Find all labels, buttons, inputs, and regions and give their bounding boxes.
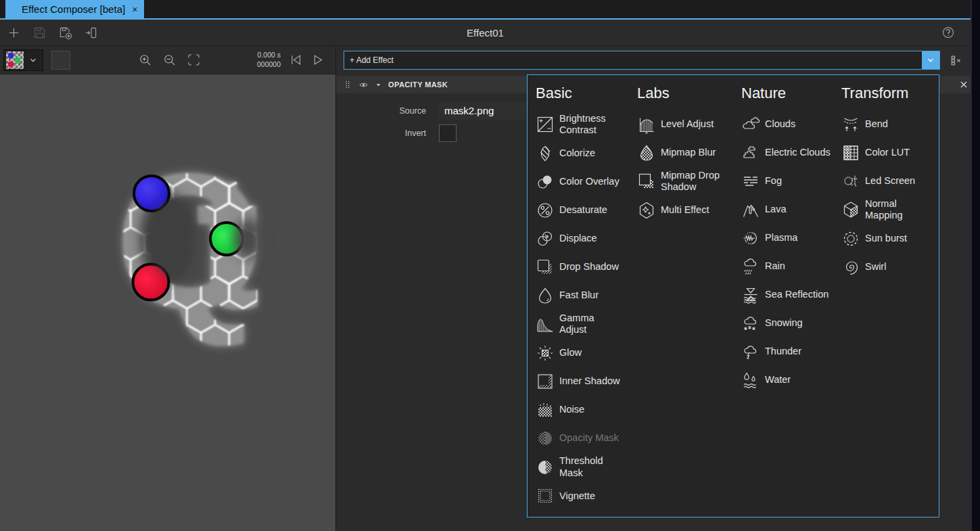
effect-item-level-adjust[interactable]: Level Adjust	[637, 113, 741, 135]
add-effect-dropdown: BasicBrightness ContrastColorizeColor Ov…	[527, 74, 939, 517]
preview-source-selector[interactable]	[3, 49, 43, 71]
effect-item-label: Water	[765, 374, 791, 386]
swirl-icon	[841, 258, 860, 277]
category-labs: LabsLevel AdjustMipmap BlurMipmap Drop S…	[637, 83, 741, 517]
effect-item-drop-shadow[interactable]: Drop Shadow	[536, 256, 637, 278]
tab-effect-composer[interactable]: Effect Composer [beta] ×	[5, 0, 144, 18]
effect-item-multi-effect[interactable]: Multi Effect	[637, 199, 741, 221]
save-as-button[interactable]	[57, 25, 72, 40]
effect-item-label: Colorize	[559, 147, 595, 159]
effect-item-label: Mipmap Drop Shadow	[661, 170, 720, 193]
effect-item-plasma[interactable]: Plasma	[741, 227, 841, 249]
effect-item-glow[interactable]: Glow	[536, 342, 637, 364]
glow-icon	[536, 344, 555, 363]
color-lut-icon	[841, 143, 860, 162]
effect-item-snowing[interactable]: Snowing	[741, 312, 841, 334]
preview-canvas[interactable]: Qt Qt Qt	[0, 74, 335, 531]
effect-item-gamma-adjust[interactable]: Gamma Adjust	[536, 313, 637, 336]
eye-icon[interactable]	[358, 80, 369, 90]
effect-item-threshold-mask[interactable]: Threshold Mask	[536, 455, 637, 478]
assign-to-item-button[interactable]	[83, 25, 98, 40]
effect-item-mipmap-drop-shadow[interactable]: Mipmap Drop Shadow	[637, 170, 741, 193]
water-icon	[741, 371, 760, 390]
clear-effects-icon	[949, 53, 963, 68]
effect-item-inner-shadow[interactable]: Inner Shadow	[536, 370, 637, 392]
plasma-icon	[741, 229, 760, 248]
effect-item-lava[interactable]: Lava	[741, 198, 841, 221]
effect-item-label: Noise	[559, 404, 584, 415]
effect-item-colorize[interactable]: Colorize	[536, 142, 637, 164]
effect-item-label: Fast Blur	[559, 290, 599, 301]
effect-item-mipmap-blur[interactable]: Mipmap Blur	[637, 141, 741, 164]
play-icon[interactable]	[310, 53, 325, 67]
skip-start-icon[interactable]	[289, 53, 303, 67]
fast-blur-icon	[536, 286, 555, 305]
invert-checkbox[interactable]	[439, 124, 457, 142]
source-value: mask2.png	[444, 105, 494, 116]
qt-logo-preview: Qt Qt Qt	[0, 74, 335, 531]
effect-item-label: Color LUT	[865, 147, 910, 158]
category-header: Labs	[637, 85, 741, 102]
effect-item-label: Rain	[765, 260, 785, 272]
transport-controls	[289, 53, 325, 67]
effect-item-normal-mapping[interactable]: Normal Mapping	[841, 198, 939, 221]
effect-item-brightness-contrast[interactable]: Brightness Contrast	[536, 113, 637, 136]
fit-view-icon[interactable]	[187, 53, 201, 67]
add-effect-chevron-button[interactable]	[922, 51, 939, 69]
effect-item-label: Color Overlay	[559, 176, 620, 187]
fog-icon	[741, 172, 760, 191]
close-icon[interactable]	[958, 79, 969, 90]
effect-item-rain[interactable]: Rain	[741, 255, 841, 277]
new-composition-button[interactable]	[6, 25, 21, 40]
chevron-down-icon	[925, 55, 936, 66]
effect-item-noise[interactable]: Noise	[536, 398, 637, 421]
effect-item-swirl[interactable]: Swirl	[841, 256, 939, 278]
effect-item-water[interactable]: Water	[741, 369, 841, 391]
clouds-icon	[741, 115, 760, 134]
background-color-swatch[interactable]	[51, 51, 70, 70]
effect-item-sun-burst[interactable]: Sun burst	[841, 227, 939, 250]
zoom-out-icon[interactable]	[162, 53, 177, 67]
snowing-icon	[741, 314, 760, 333]
chevron-down-icon[interactable]	[28, 55, 39, 66]
frame-counter: 000000	[257, 60, 281, 70]
effect-item-vignette[interactable]: Vignette	[536, 485, 637, 507]
save-as-icon	[58, 26, 72, 40]
electric-clouds-icon	[741, 143, 760, 162]
thunder-icon	[741, 342, 760, 361]
add-effect-row: + Add Effect	[336, 46, 980, 74]
zoom-in-icon[interactable]	[138, 53, 152, 67]
drag-handle-icon[interactable]	[343, 80, 352, 89]
effect-item-color-overlay[interactable]: Color Overlay	[536, 170, 637, 193]
effect-item-label: Opacity Mask	[559, 432, 619, 444]
brightness-contrast-icon	[536, 115, 555, 134]
tab-title: Effect Composer [beta]	[22, 3, 125, 15]
effect-item-fog[interactable]: Fog	[741, 170, 841, 192]
effect-item-electric-clouds[interactable]: Electric Clouds	[741, 141, 841, 164]
tab-close-icon[interactable]: ×	[132, 4, 137, 15]
effect-item-bend[interactable]: Bend	[841, 113, 939, 135]
effect-item-sea-reflection[interactable]: Sea Reflection	[741, 283, 841, 306]
help-button[interactable]	[941, 25, 956, 40]
mask-thumbnail[interactable]	[6, 51, 24, 69]
effect-item-clouds[interactable]: Clouds	[741, 113, 841, 135]
mipmap-drop-shadow-icon	[637, 172, 656, 191]
clear-all-effects-button[interactable]	[940, 53, 971, 68]
main-toolbar: Effect01	[0, 20, 971, 46]
window-edge-strip	[971, 0, 980, 531]
effect-title: OPACITY MASK	[388, 80, 448, 89]
effect-item-color-lut[interactable]: Color LUT	[841, 141, 939, 164]
save-button[interactable]	[32, 25, 47, 40]
effect-item-fast-blur[interactable]: Fast Blur	[536, 284, 637, 306]
time-seconds: 0.000 s	[257, 51, 281, 60]
add-effect-combobox[interactable]: + Add Effect	[344, 51, 940, 70]
effect-item-thunder[interactable]: Thunder	[741, 340, 841, 363]
multi-effect-icon	[637, 201, 656, 220]
effect-item-desaturate[interactable]: Desaturate	[536, 199, 637, 221]
source-label: Source	[336, 106, 439, 116]
category-header: Transform	[841, 85, 939, 102]
effect-item-displace[interactable]: Displace	[536, 227, 637, 250]
caret-down-icon[interactable]	[375, 81, 382, 89]
effect-item-led-screen[interactable]: Led Screen	[841, 170, 939, 192]
effect-item-label: Plasma	[765, 232, 797, 244]
